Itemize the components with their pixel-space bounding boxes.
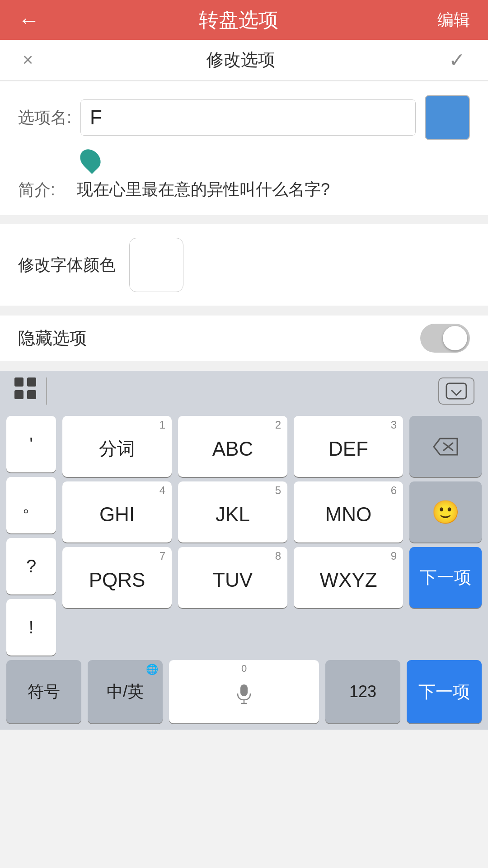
divider-1 <box>0 215 488 224</box>
font-color-label: 修改字体颜色 <box>18 254 116 276</box>
key-def[interactable]: 3 DEF <box>294 416 403 477</box>
alpha-row-2: 4 GHI 5 JKL 6 MNO 🙂 <box>62 481 482 542</box>
confirm-icon[interactable]: ✓ <box>449 48 465 71</box>
svg-rect-7 <box>240 684 248 696</box>
apps-icon[interactable] <box>14 377 37 406</box>
alpha-row-1: 1 分词 2 ABC 3 DEF <box>62 416 482 477</box>
key-comma[interactable]: ' <box>6 416 56 472</box>
key-abc[interactable]: 2 ABC <box>178 416 287 477</box>
alpha-row-3: 7 PQRS 8 TUV 9 WXYZ 下一项 <box>62 547 482 608</box>
key-fenchi[interactable]: 1 分词 <box>62 416 172 477</box>
name-input[interactable] <box>80 99 416 136</box>
key-question[interactable]: ? <box>6 538 56 594</box>
name-field-row: 选项名: <box>18 95 470 140</box>
key-wxyz[interactable]: 9 WXYZ <box>294 547 403 608</box>
key-row-bottom: 符号 🌐 中/英 0 123 下一项 <box>0 656 488 730</box>
keyboard: ' 。 ? ! 1 分词 2 ABC <box>0 411 488 730</box>
emoji-key[interactable]: 🙂 <box>409 481 482 542</box>
divider-2 <box>0 306 488 315</box>
hide-toggle[interactable] <box>420 324 470 353</box>
hide-section: 隐藏选项 <box>0 316 488 361</box>
font-color-section: 修改字体颜色 <box>0 224 488 306</box>
nav-bar: ← 转盘选项 编辑 <box>0 0 488 40</box>
font-color-swatch[interactable] <box>129 238 183 292</box>
name-label: 选项名: <box>18 107 71 129</box>
modal-header: × 修改选项 ✓ <box>0 40 488 80</box>
desc-row: 简介: 现在心里最在意的异性叫什么名字? <box>18 177 470 202</box>
main-keys: 1 分词 2 ABC 3 DEF <box>62 416 482 656</box>
key-exclaim[interactable]: ! <box>6 599 56 656</box>
key-tuv[interactable]: 8 TUV <box>178 547 287 608</box>
keyboard-toolbar <box>0 371 488 411</box>
toggle-knob <box>443 326 467 350</box>
keyboard-hide-button[interactable] <box>438 377 474 405</box>
svg-rect-2 <box>14 390 23 399</box>
color-swatch[interactable] <box>425 95 470 140</box>
svg-rect-3 <box>27 390 36 399</box>
nav-title: 转盘选项 <box>199 7 278 33</box>
key-ghi[interactable]: 4 GHI <box>62 481 172 542</box>
key-lang[interactable]: 🌐 中/英 <box>88 660 163 723</box>
next-key[interactable]: 下一项 <box>409 547 482 608</box>
divider-3 <box>0 361 488 370</box>
punct-column: ' 。 ? ! <box>6 416 56 656</box>
key-pqrs[interactable]: 7 PQRS <box>62 547 172 608</box>
key-123[interactable]: 123 <box>325 660 400 723</box>
key-space[interactable]: 0 <box>169 660 319 723</box>
desc-label: 简介: <box>18 177 68 201</box>
key-jkl[interactable]: 5 JKL <box>178 481 287 542</box>
form-section: 选项名: 简介: 现在心里最在意的异性叫什么名字? <box>0 81 488 215</box>
key-next-bottom[interactable]: 下一项 <box>407 660 482 723</box>
svg-rect-0 <box>14 377 23 387</box>
toolbar-divider <box>46 377 47 405</box>
key-period[interactable]: 。 <box>6 477 56 533</box>
key-row-1: ' 。 ? ! 1 分词 2 ABC <box>0 411 488 656</box>
back-button[interactable]: ← <box>18 8 40 33</box>
key-symbol[interactable]: 符号 <box>6 660 81 723</box>
hide-option-label: 隐藏选项 <box>18 327 87 350</box>
modal-title: 修改选项 <box>206 48 275 71</box>
edit-button[interactable]: 编辑 <box>437 9 470 31</box>
close-icon[interactable]: × <box>23 50 33 70</box>
cursor-indicator <box>76 145 105 174</box>
svg-rect-4 <box>446 383 466 399</box>
svg-rect-1 <box>27 377 36 387</box>
key-mno[interactable]: 6 MNO <box>294 481 403 542</box>
backspace-key[interactable] <box>409 416 482 477</box>
desc-text: 现在心里最在意的异性叫什么名字? <box>77 177 330 202</box>
